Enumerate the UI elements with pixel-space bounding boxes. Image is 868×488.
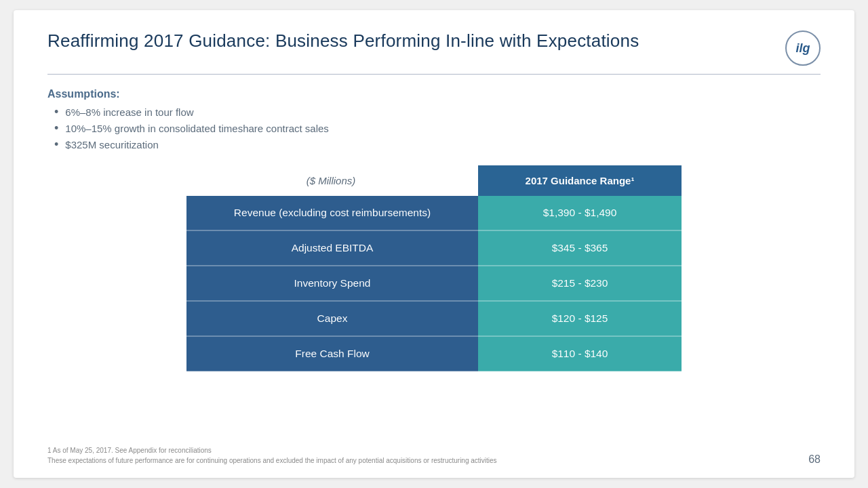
- table-row: Revenue (excluding cost reimbursements) …: [186, 196, 682, 230]
- row-label: Inventory Spend: [186, 266, 478, 301]
- row-label: Capex: [186, 301, 478, 336]
- logo-text: ilg: [796, 41, 810, 56]
- row-label: Revenue (excluding cost reimbursements): [186, 196, 478, 230]
- list-item: 6%–8% increase in tour flow: [54, 106, 821, 118]
- header: Reaffirming 2017 Guidance: Business Perf…: [47, 30, 821, 75]
- row-value: $345 - $365: [478, 230, 682, 266]
- guidance-table: ($ Millions) 2017 Guidance Range¹ Revenu…: [186, 165, 682, 372]
- list-item: 10%–15% growth in consolidated timeshare…: [54, 122, 821, 134]
- footnote-line2: These expectations of future performance…: [47, 455, 497, 466]
- company-logo: ilg: [785, 30, 821, 66]
- col-label-header: ($ Millions): [186, 165, 478, 196]
- row-value: $215 - $230: [478, 266, 682, 301]
- bullet-text: 10%–15% growth in consolidated timeshare…: [65, 123, 329, 134]
- table-container: ($ Millions) 2017 Guidance Range¹ Revenu…: [47, 165, 821, 372]
- footnote-line1: 1 As of May 25, 2017. See Appendix for r…: [47, 445, 497, 455]
- row-label: Adjusted EBITDA: [186, 230, 478, 266]
- bullet-text: 6%–8% increase in tour flow: [65, 106, 193, 118]
- col-value-header: 2017 Guidance Range¹: [478, 165, 682, 196]
- footnote: 1 As of May 25, 2017. See Appendix for r…: [47, 445, 497, 466]
- page-title: Reaffirming 2017 Guidance: Business Perf…: [47, 30, 639, 52]
- bullet-list: 6%–8% increase in tour flow 10%–15% grow…: [47, 106, 821, 150]
- table-row: Capex $120 - $125: [186, 301, 682, 336]
- bullet-text: $325M securitization: [65, 139, 159, 150]
- table-header-row: ($ Millions) 2017 Guidance Range¹: [186, 165, 682, 196]
- slide: Reaffirming 2017 Guidance: Business Perf…: [14, 10, 854, 478]
- table-row: Adjusted EBITDA $345 - $365: [186, 230, 682, 266]
- row-value: $120 - $125: [478, 301, 682, 336]
- row-value: $110 - $140: [478, 336, 682, 371]
- row-label: Free Cash Flow: [186, 336, 478, 371]
- page-number: 68: [808, 453, 821, 466]
- table-row: Free Cash Flow $110 - $140: [186, 336, 682, 371]
- assumptions-title: Assumptions:: [47, 88, 821, 100]
- footer: 1 As of May 25, 2017. See Appendix for r…: [47, 445, 821, 466]
- list-item: $325M securitization: [54, 138, 821, 150]
- row-value: $1,390 - $1,490: [478, 196, 682, 230]
- assumptions-section: Assumptions: 6%–8% increase in tour flow…: [47, 88, 821, 150]
- table-row: Inventory Spend $215 - $230: [186, 266, 682, 301]
